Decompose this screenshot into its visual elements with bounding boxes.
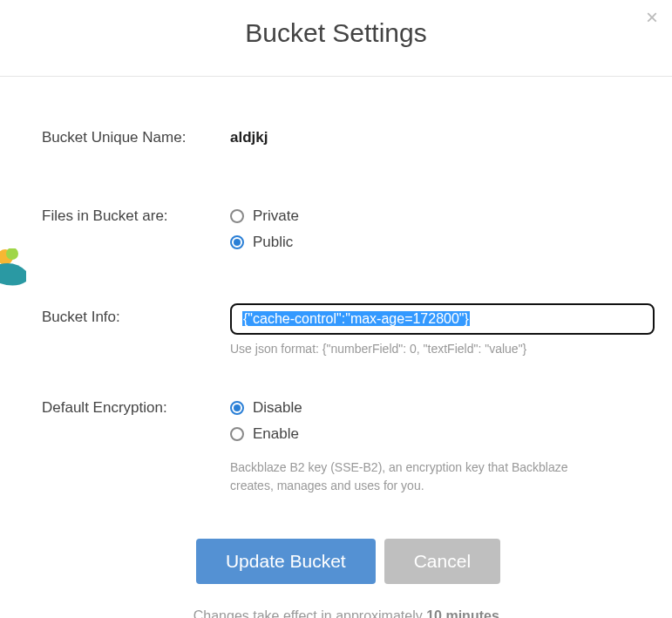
bucket-name-label: Bucket Unique Name:	[42, 129, 230, 146]
encryption-enable-label: Enable	[253, 425, 299, 443]
footer-post: .	[499, 608, 503, 618]
row-encryption: Default Encryption: Disable Enable Backb…	[42, 399, 655, 495]
bucket-name-value: aldjkj	[230, 129, 268, 146]
encryption-label: Default Encryption:	[42, 399, 230, 417]
row-privacy: Files in Bucket are: Private Public	[42, 207, 655, 251]
bucket-settings-modal: × Bucket Settings Bucket Unique Name: al…	[0, 0, 672, 618]
bucket-info-label: Bucket Info:	[42, 303, 230, 326]
privacy-radio-group: Private Public	[230, 207, 299, 251]
encryption-disable-label: Disable	[253, 399, 302, 417]
row-bucket-info: Bucket Info: {"cache-control":"max-age=1…	[42, 303, 655, 356]
radio-icon[interactable]	[230, 401, 244, 415]
encryption-helper: Backblaze B2 key (SSE-B2), an encryption…	[230, 458, 605, 495]
modal-header: × Bucket Settings	[0, 0, 672, 77]
close-icon[interactable]: ×	[646, 7, 658, 28]
privacy-option-public[interactable]: Public	[230, 234, 299, 251]
privacy-label: Files in Bucket are:	[42, 207, 230, 225]
decorative-graphic	[0, 248, 26, 289]
modal-title: Bucket Settings	[17, 18, 655, 48]
encryption-option-enable[interactable]: Enable	[230, 425, 605, 443]
cancel-button[interactable]: Cancel	[384, 539, 500, 584]
footer-note: Changes take effect in approximately 10 …	[42, 608, 655, 618]
encryption-radio-group: Disable Enable Backblaze B2 key (SSE-B2)…	[230, 399, 605, 495]
action-buttons: Update Bucket Cancel	[42, 539, 655, 584]
settings-form: Bucket Unique Name: aldjkj Files in Buck…	[0, 77, 672, 618]
bucket-info-value-selected: {"cache-control":"max-age=172800"}	[242, 311, 470, 326]
radio-icon[interactable]	[230, 427, 244, 441]
privacy-public-label: Public	[253, 234, 293, 251]
footer-strong: 10 minutes	[426, 608, 499, 618]
privacy-option-private[interactable]: Private	[230, 207, 299, 225]
radio-icon[interactable]	[230, 209, 244, 223]
privacy-private-label: Private	[253, 207, 299, 225]
bucket-info-input[interactable]: {"cache-control":"max-age=172800"}	[230, 303, 655, 335]
encryption-option-disable[interactable]: Disable	[230, 399, 605, 417]
footer-pre: Changes take effect in approximately	[193, 608, 426, 618]
bucket-info-helper: Use json format: {"numberField": 0, "tex…	[230, 342, 655, 356]
update-bucket-button[interactable]: Update Bucket	[196, 539, 376, 584]
radio-icon[interactable]	[230, 235, 244, 249]
row-bucket-name: Bucket Unique Name: aldjkj	[42, 129, 655, 146]
bucket-info-input-wrap: {"cache-control":"max-age=172800"} Use j…	[230, 303, 655, 356]
